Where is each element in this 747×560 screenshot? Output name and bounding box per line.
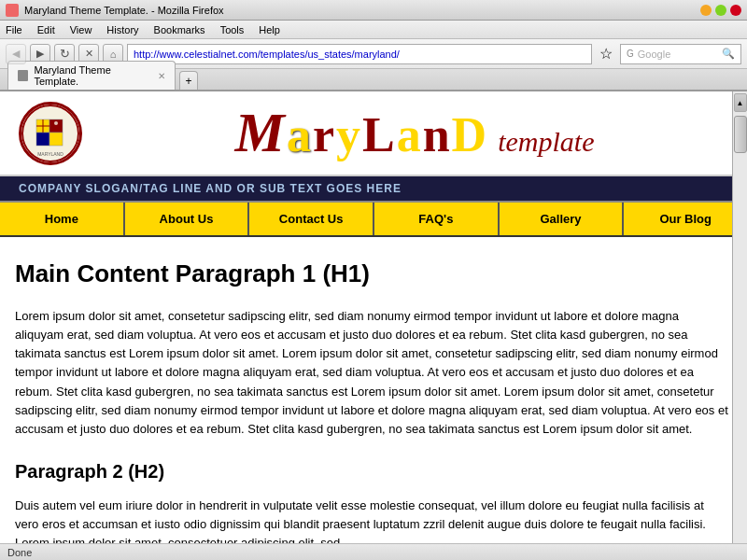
browser-titlebar: Maryland Theme Template. - Mozilla Firef… — [0, 0, 747, 21]
svg-rect-4 — [49, 133, 63, 146]
browser-menubar: File Edit View History Bookmarks Tools H… — [0, 21, 747, 39]
search-bar[interactable]: G Google 🔍 — [620, 44, 741, 64]
slogan-text: COMPANY SLOGAN/TAG LINE AND OR SUB TEXT … — [19, 182, 402, 195]
browser-title: Maryland Theme Template. - Mozilla Firef… — [24, 5, 224, 16]
site-header: MARYLAND MaryLanD template — [0, 91, 747, 176]
status-bar: Done — [0, 543, 747, 560]
paragraph-1: Lorem ipsum dolor sit amet, consetetur s… — [15, 307, 728, 439]
scrollbar-up-button[interactable]: ▲ — [734, 93, 747, 112]
site-title-area: MaryLanD template — [101, 101, 728, 165]
address-bar[interactable]: http://www.celestialnet.com/templates/us… — [127, 44, 592, 64]
site-title: MaryLanD — [235, 101, 489, 165]
menu-tools[interactable]: Tools — [220, 24, 245, 35]
tab-favicon — [18, 70, 28, 81]
active-tab[interactable]: Maryland Theme Template. ✕ — [7, 61, 176, 90]
site-subtitle: template — [498, 126, 594, 158]
browser-tab-bar: Maryland Theme Template. ✕ + — [0, 69, 747, 91]
tab-label: Maryland Theme Template. — [34, 64, 152, 87]
address-text: http://www.celestialnet.com/templates/us… — [134, 49, 400, 60]
maryland-seal: MARYLAND — [19, 102, 82, 165]
main-heading-2: Paragraph 2 (H2) — [15, 457, 728, 485]
menu-history[interactable]: History — [106, 24, 138, 35]
menu-edit[interactable]: Edit — [37, 24, 55, 35]
status-text: Done — [7, 547, 32, 558]
browser-favicon — [6, 4, 19, 17]
main-heading-1: Main Content Paragraph 1 (H1) — [15, 256, 728, 292]
nav-blog[interactable]: Our Blog — [624, 203, 747, 235]
back-button[interactable]: ◀ — [6, 44, 26, 64]
nav-about[interactable]: About Us — [125, 203, 250, 235]
bookmark-star[interactable]: ☆ — [596, 44, 616, 64]
nav-contact[interactable]: Contact Us — [249, 203, 374, 235]
search-input-label: Google — [638, 49, 670, 60]
scrollbar[interactable]: ▲ — [732, 91, 747, 560]
svg-point-7 — [54, 121, 58, 125]
scrollbar-thumb[interactable] — [734, 116, 747, 153]
menu-view[interactable]: View — [70, 24, 92, 35]
page-wrapper: MARYLAND MaryLanD template COMPANY SLOGA… — [0, 91, 747, 560]
new-tab-button[interactable]: + — [179, 71, 198, 90]
search-engine-logo: G — [627, 49, 634, 59]
menu-file[interactable]: File — [6, 24, 22, 35]
slogan-bar: COMPANY SLOGAN/TAG LINE AND OR SUB TEXT … — [0, 176, 747, 201]
nav-faq[interactable]: FAQ's — [374, 203, 500, 235]
tab-close-button[interactable]: ✕ — [158, 71, 165, 81]
menu-help[interactable]: Help — [259, 24, 280, 35]
svg-rect-3 — [36, 133, 49, 146]
main-navigation: Home About Us Contact Us FAQ's Gallery O… — [0, 201, 747, 237]
svg-text:MARYLAND: MARYLAND — [37, 151, 63, 157]
nav-gallery[interactable]: Gallery — [500, 203, 625, 235]
maximize-button[interactable] — [715, 5, 726, 16]
menu-bookmarks[interactable]: Bookmarks — [154, 24, 205, 35]
search-icon[interactable]: 🔍 — [722, 48, 735, 60]
close-button[interactable] — [730, 5, 741, 16]
minimize-button[interactable] — [700, 5, 712, 16]
main-content: Main Content Paragraph 1 (H1) Lorem ipsu… — [0, 237, 747, 560]
nav-home[interactable]: Home — [0, 203, 125, 235]
